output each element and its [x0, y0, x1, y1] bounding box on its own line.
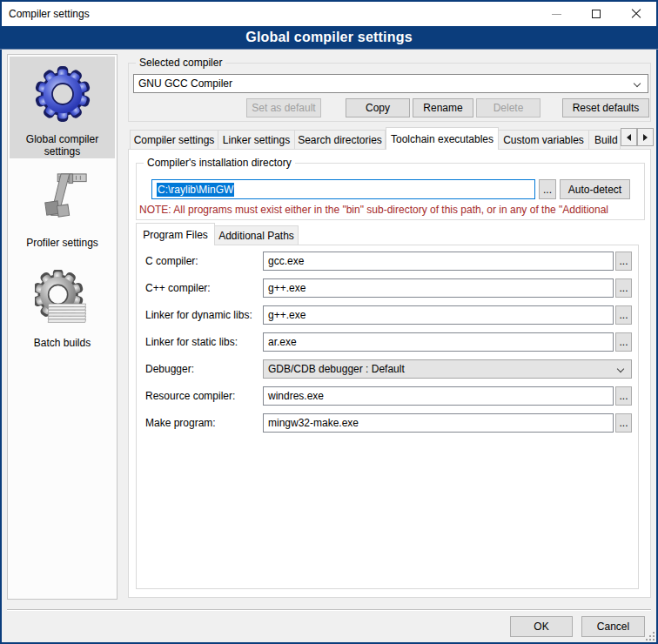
tab-search-directories[interactable]: Search directories: [295, 130, 386, 150]
static-linker-browse-button[interactable]: ...: [615, 332, 632, 352]
debugger-label: Debugger:: [145, 363, 194, 375]
compiler-select[interactable]: GNU GCC Compiler: [133, 74, 648, 93]
compiler-settings-dialog: Compiler settings Global compiler settin…: [0, 0, 658, 644]
minimize-button[interactable]: [536, 2, 576, 26]
tab-scroll-left-button[interactable]: [621, 128, 637, 146]
tab-custom-variables[interactable]: Custom variables: [499, 130, 589, 150]
arrow-left-icon: [627, 134, 631, 141]
arrow-right-icon: [643, 134, 648, 141]
selected-compiler-group-label: Selected compiler: [136, 57, 225, 69]
page-title: Global compiler settings: [245, 30, 413, 45]
footer-separator: [7, 609, 651, 611]
subtab-additional-paths[interactable]: Additional Paths: [215, 225, 299, 245]
caliper-icon: [10, 162, 115, 235]
installation-directory-group: Compiler's installation directory C:\ray…: [136, 163, 645, 220]
c-compiler-browse-button[interactable]: ...: [615, 252, 632, 271]
close-icon: [631, 9, 641, 19]
close-button[interactable]: [616, 2, 656, 26]
dynamic-linker-input[interactable]: g++.exe: [263, 305, 614, 325]
resource-compiler-browse-button[interactable]: ...: [615, 386, 632, 406]
installation-directory-input[interactable]: C:\raylib\MinGW: [151, 179, 535, 199]
make-program-label: Make program:: [145, 417, 216, 429]
set-as-default-button[interactable]: Set as default: [246, 98, 321, 117]
debugger-select[interactable]: GDB/CDB debugger : Default: [263, 359, 632, 379]
static-linker-value: ar.exe: [268, 336, 297, 348]
sidebar-item-label: Batch builds: [10, 335, 115, 349]
copy-button[interactable]: Copy: [346, 98, 410, 117]
selected-compiler-group: Selected compiler GNU GCC Compiler Set a…: [128, 63, 651, 122]
dynamic-linker-value: g++.exe: [268, 309, 306, 321]
chevron-down-icon: [634, 80, 641, 87]
c-compiler-input[interactable]: gcc.exe: [263, 252, 614, 271]
tab-build-options-truncated[interactable]: Build: [589, 130, 621, 150]
installation-directory-group-label: Compiler's installation directory: [144, 157, 295, 169]
c-compiler-label: C compiler:: [145, 255, 198, 267]
make-program-value: mingw32-make.exe: [268, 417, 359, 429]
minimize-icon: [552, 14, 561, 15]
sidebar-item-label: Profiler settings: [10, 235, 115, 249]
maximize-icon: [592, 10, 601, 18]
cpp-compiler-label: C++ compiler:: [145, 282, 211, 294]
dynamic-linker-browse-button[interactable]: ...: [615, 305, 632, 325]
gray-gear-stack-icon: [10, 260, 115, 335]
blue-gear-icon: [10, 57, 115, 131]
program-subtabs: Program Files Additional Paths: [136, 223, 299, 245]
sidebar-item-profiler-settings[interactable]: Profiler settings: [10, 162, 115, 258]
titlebar[interactable]: Compiler settings: [2, 2, 656, 26]
header-band: Global compiler settings: [0, 26, 658, 50]
rename-button[interactable]: Rename: [413, 98, 473, 117]
delete-button[interactable]: Delete: [476, 98, 540, 117]
ok-button[interactable]: OK: [510, 616, 573, 637]
toolchain-executables-page: Compiler's installation directory C:\ray…: [128, 149, 651, 598]
resize-grip[interactable]: [646, 632, 655, 641]
sidebar-item-global-compiler-settings[interactable]: Global compiler settings: [10, 57, 115, 158]
tab-linker-settings[interactable]: Linker settings: [218, 130, 295, 150]
program-files-page: C compiler: gcc.exe ... C++ compiler: g+…: [136, 245, 639, 589]
static-linker-label: Linker for static libs:: [145, 336, 238, 348]
installation-directory-value: C:\raylib\MinGW: [157, 183, 234, 197]
debugger-value: GDB/CDB debugger : Default: [268, 363, 405, 375]
make-program-input[interactable]: mingw32-make.exe: [263, 413, 614, 433]
auto-detect-button[interactable]: Auto-detect: [560, 179, 630, 199]
installation-directory-note: NOTE: All programs must exist either in …: [139, 204, 642, 216]
reset-defaults-button[interactable]: Reset defaults: [562, 98, 649, 117]
tab-toolchain-executables[interactable]: Toolchain executables: [386, 127, 499, 150]
c-compiler-value: gcc.exe: [268, 255, 304, 267]
tab-scroll-right-button[interactable]: [637, 128, 654, 146]
compiler-select-value: GNU GCC Compiler: [138, 77, 232, 90]
subtab-program-files[interactable]: Program Files: [136, 223, 215, 245]
static-linker-input[interactable]: ar.exe: [263, 332, 614, 352]
installation-directory-browse-button[interactable]: ...: [539, 179, 556, 199]
settings-category-list: Global compiler settings Profiler settin…: [7, 54, 118, 600]
compiler-tabs: Compiler settings Linker settings Search…: [130, 127, 621, 150]
tab-compiler-settings[interactable]: Compiler settings: [130, 130, 218, 150]
make-program-browse-button[interactable]: ...: [615, 413, 632, 433]
dynamic-linker-label: Linker for dynamic libs:: [145, 309, 252, 321]
window-title: Compiler settings: [2, 8, 90, 20]
chevron-down-icon: [617, 366, 624, 372]
cpp-compiler-browse-button[interactable]: ...: [615, 278, 632, 298]
resource-compiler-value: windres.exe: [268, 390, 324, 402]
sidebar-item-label: Global compiler settings: [10, 131, 115, 158]
sidebar-item-batch-builds[interactable]: Batch builds: [10, 260, 115, 359]
cancel-button[interactable]: Cancel: [581, 616, 645, 637]
resource-compiler-input[interactable]: windres.exe: [263, 386, 614, 406]
resource-compiler-label: Resource compiler:: [145, 390, 235, 402]
cpp-compiler-input[interactable]: g++.exe: [263, 278, 614, 298]
cpp-compiler-value: g++.exe: [268, 282, 306, 294]
maximize-button[interactable]: [576, 2, 616, 26]
